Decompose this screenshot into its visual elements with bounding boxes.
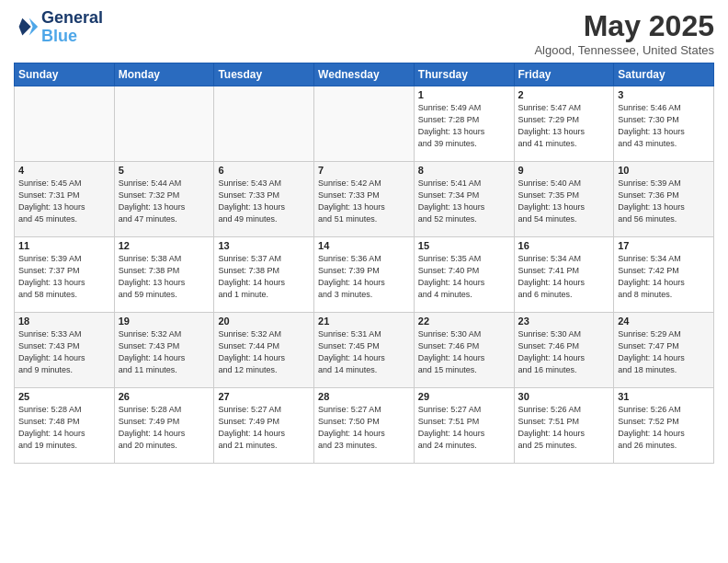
- day-number: 30: [518, 391, 610, 402]
- weekday-header-thursday: Thursday: [414, 63, 514, 86]
- calendar-day: 15Sunrise: 5:35 AM Sunset: 7:40 PM Dayli…: [414, 237, 514, 313]
- day-info: Sunrise: 5:36 AM Sunset: 7:39 PM Dayligh…: [318, 253, 410, 301]
- calendar-week-row: 25Sunrise: 5:28 AM Sunset: 7:48 PM Dayli…: [15, 388, 714, 464]
- calendar-day: 18Sunrise: 5:33 AM Sunset: 7:43 PM Dayli…: [15, 313, 115, 388]
- day-info: Sunrise: 5:42 AM Sunset: 7:33 PM Dayligh…: [318, 178, 410, 225]
- day-number: 24: [618, 316, 710, 327]
- day-number: 4: [18, 165, 110, 176]
- day-number: 14: [318, 240, 410, 251]
- day-number: 20: [218, 316, 310, 327]
- day-number: 29: [418, 391, 510, 402]
- calendar-day: 5Sunrise: 5:44 AM Sunset: 7:32 PM Daylig…: [114, 162, 214, 237]
- day-number: 1: [418, 89, 510, 100]
- day-info: Sunrise: 5:28 AM Sunset: 7:48 PM Dayligh…: [18, 404, 110, 452]
- calendar-day: 28Sunrise: 5:27 AM Sunset: 7:50 PM Dayli…: [314, 388, 415, 464]
- calendar-day: 12Sunrise: 5:38 AM Sunset: 7:38 PM Dayli…: [114, 237, 214, 313]
- day-number: 10: [618, 165, 710, 176]
- day-info: Sunrise: 5:47 AM Sunset: 7:29 PM Dayligh…: [518, 102, 610, 150]
- day-info: Sunrise: 5:39 AM Sunset: 7:36 PM Dayligh…: [618, 178, 710, 225]
- day-number: 18: [18, 316, 110, 327]
- day-number: 17: [618, 240, 710, 251]
- day-info: Sunrise: 5:28 AM Sunset: 7:49 PM Dayligh…: [119, 404, 210, 452]
- day-info: Sunrise: 5:41 AM Sunset: 7:34 PM Dayligh…: [418, 178, 510, 225]
- calendar-day: 24Sunrise: 5:29 AM Sunset: 7:47 PM Dayli…: [614, 313, 714, 388]
- day-info: Sunrise: 5:40 AM Sunset: 7:35 PM Dayligh…: [518, 178, 610, 225]
- day-number: 16: [518, 240, 610, 251]
- calendar-day: [114, 86, 214, 162]
- day-number: 6: [218, 165, 310, 176]
- day-number: 9: [518, 165, 610, 176]
- calendar-day: 8Sunrise: 5:41 AM Sunset: 7:34 PM Daylig…: [414, 162, 514, 237]
- day-number: 7: [318, 165, 410, 176]
- day-number: 8: [418, 165, 510, 176]
- calendar-day: 17Sunrise: 5:34 AM Sunset: 7:42 PM Dayli…: [614, 237, 714, 313]
- calendar-day: 13Sunrise: 5:37 AM Sunset: 7:38 PM Dayli…: [214, 237, 314, 313]
- day-number: 12: [119, 240, 210, 251]
- calendar-day: 22Sunrise: 5:30 AM Sunset: 7:46 PM Dayli…: [414, 313, 514, 388]
- logo-text: General Blue: [41, 9, 103, 46]
- day-number: 26: [119, 391, 210, 402]
- calendar-week-row: 18Sunrise: 5:33 AM Sunset: 7:43 PM Dayli…: [15, 313, 714, 388]
- day-info: Sunrise: 5:39 AM Sunset: 7:37 PM Dayligh…: [18, 253, 110, 301]
- calendar-week-row: 4Sunrise: 5:45 AM Sunset: 7:31 PM Daylig…: [15, 162, 714, 237]
- calendar-day: 19Sunrise: 5:32 AM Sunset: 7:43 PM Dayli…: [114, 313, 214, 388]
- logo-icon: [14, 15, 40, 40]
- calendar-day: 1Sunrise: 5:49 AM Sunset: 7:28 PM Daylig…: [414, 86, 514, 162]
- day-info: Sunrise: 5:34 AM Sunset: 7:41 PM Dayligh…: [518, 253, 610, 301]
- logo: General Blue: [14, 9, 103, 46]
- calendar-day: 16Sunrise: 5:34 AM Sunset: 7:41 PM Dayli…: [514, 237, 614, 313]
- day-info: Sunrise: 5:34 AM Sunset: 7:42 PM Dayligh…: [618, 253, 710, 301]
- day-info: Sunrise: 5:45 AM Sunset: 7:31 PM Dayligh…: [18, 178, 110, 225]
- day-info: Sunrise: 5:33 AM Sunset: 7:43 PM Dayligh…: [18, 328, 110, 376]
- day-number: 23: [518, 316, 610, 327]
- calendar-day: 9Sunrise: 5:40 AM Sunset: 7:35 PM Daylig…: [514, 162, 614, 237]
- calendar-day: 23Sunrise: 5:30 AM Sunset: 7:46 PM Dayli…: [514, 313, 614, 388]
- day-info: Sunrise: 5:27 AM Sunset: 7:51 PM Dayligh…: [418, 404, 510, 452]
- calendar-day: 27Sunrise: 5:27 AM Sunset: 7:49 PM Dayli…: [214, 388, 314, 464]
- day-info: Sunrise: 5:49 AM Sunset: 7:28 PM Dayligh…: [418, 102, 510, 150]
- day-number: 31: [618, 391, 710, 402]
- day-number: 21: [318, 316, 410, 327]
- weekday-header-sunday: Sunday: [15, 63, 115, 86]
- weekday-header-wednesday: Wednesday: [314, 63, 415, 86]
- day-number: 11: [18, 240, 110, 251]
- day-info: Sunrise: 5:43 AM Sunset: 7:33 PM Dayligh…: [218, 178, 310, 225]
- logo-line2: Blue: [41, 27, 77, 45]
- day-info: Sunrise: 5:44 AM Sunset: 7:32 PM Dayligh…: [119, 178, 210, 225]
- month-title: May 2025: [534, 9, 714, 43]
- calendar-day: 14Sunrise: 5:36 AM Sunset: 7:39 PM Dayli…: [314, 237, 415, 313]
- day-info: Sunrise: 5:32 AM Sunset: 7:44 PM Dayligh…: [218, 328, 310, 376]
- day-info: Sunrise: 5:29 AM Sunset: 7:47 PM Dayligh…: [618, 328, 710, 376]
- weekday-header-monday: Monday: [114, 63, 214, 86]
- day-number: 28: [318, 391, 410, 402]
- title-block: May 2025 Algood, Tennessee, United State…: [534, 9, 714, 57]
- calendar-day: 30Sunrise: 5:26 AM Sunset: 7:51 PM Dayli…: [514, 388, 614, 464]
- day-number: 19: [119, 316, 210, 327]
- calendar-day: 31Sunrise: 5:26 AM Sunset: 7:52 PM Dayli…: [614, 388, 714, 464]
- day-number: 27: [218, 391, 310, 402]
- day-number: 15: [418, 240, 510, 251]
- day-number: 25: [18, 391, 110, 402]
- calendar-week-row: 11Sunrise: 5:39 AM Sunset: 7:37 PM Dayli…: [15, 237, 714, 313]
- location: Algood, Tennessee, United States: [534, 43, 714, 57]
- day-info: Sunrise: 5:26 AM Sunset: 7:51 PM Dayligh…: [518, 404, 610, 452]
- calendar-day: 20Sunrise: 5:32 AM Sunset: 7:44 PM Dayli…: [214, 313, 314, 388]
- calendar-day: 26Sunrise: 5:28 AM Sunset: 7:49 PM Dayli…: [114, 388, 214, 464]
- day-number: 2: [518, 89, 610, 100]
- calendar-day: 29Sunrise: 5:27 AM Sunset: 7:51 PM Dayli…: [414, 388, 514, 464]
- page: General Blue May 2025 Algood, Tennessee,…: [0, 0, 728, 563]
- calendar-day: 3Sunrise: 5:46 AM Sunset: 7:30 PM Daylig…: [614, 86, 714, 162]
- calendar-day: [314, 86, 415, 162]
- day-info: Sunrise: 5:30 AM Sunset: 7:46 PM Dayligh…: [518, 328, 610, 376]
- calendar-day: 7Sunrise: 5:42 AM Sunset: 7:33 PM Daylig…: [314, 162, 415, 237]
- weekday-header-friday: Friday: [514, 63, 614, 86]
- weekday-header-saturday: Saturday: [614, 63, 714, 86]
- svg-marker-1: [19, 18, 31, 36]
- day-number: 3: [618, 89, 710, 100]
- day-info: Sunrise: 5:37 AM Sunset: 7:38 PM Dayligh…: [218, 253, 310, 301]
- day-info: Sunrise: 5:38 AM Sunset: 7:38 PM Dayligh…: [119, 253, 210, 301]
- calendar-day: [214, 86, 314, 162]
- weekday-header-tuesday: Tuesday: [214, 63, 314, 86]
- calendar: SundayMondayTuesdayWednesdayThursdayFrid…: [14, 63, 714, 464]
- calendar-day: 2Sunrise: 5:47 AM Sunset: 7:29 PM Daylig…: [514, 86, 614, 162]
